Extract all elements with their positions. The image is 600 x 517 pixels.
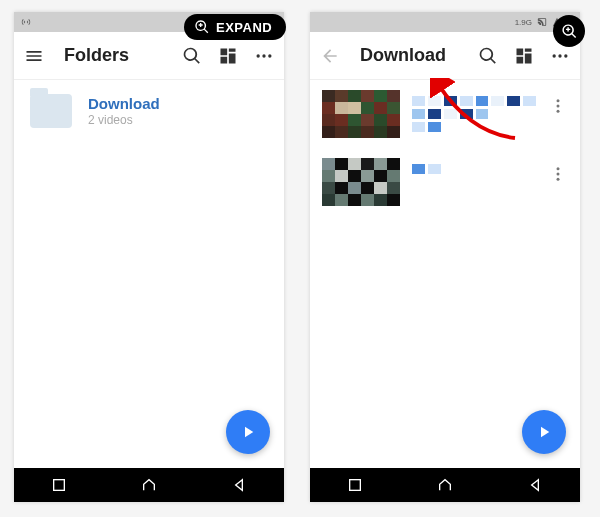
row-more-icon[interactable] — [548, 164, 568, 184]
expand-label: EXPAND — [216, 20, 272, 35]
search-icon[interactable] — [478, 46, 498, 66]
video-row[interactable] — [310, 80, 580, 148]
more-icon[interactable] — [254, 46, 274, 66]
phone-folders: 0:14 Folders — [14, 12, 284, 502]
cast-icon — [536, 17, 548, 27]
status-net: 1.9G — [515, 18, 532, 27]
svg-point-12 — [557, 178, 560, 181]
svg-point-7 — [557, 99, 560, 102]
nav-back-icon[interactable] — [526, 476, 544, 494]
video-thumbnail — [322, 90, 400, 138]
svg-point-0 — [257, 54, 260, 57]
folder-row-download[interactable]: Download 2 videos — [14, 80, 284, 142]
play-fab[interactable] — [226, 410, 270, 454]
svg-point-6 — [564, 54, 567, 57]
nav-bar — [14, 468, 284, 502]
menu-icon[interactable] — [24, 46, 44, 66]
nav-home-icon[interactable] — [140, 476, 158, 494]
app-bar: Download — [310, 32, 580, 80]
video-row[interactable] — [310, 148, 580, 216]
back-icon[interactable] — [320, 46, 340, 66]
svg-point-9 — [557, 110, 560, 113]
svg-point-11 — [557, 173, 560, 176]
row-more-icon[interactable] — [548, 96, 568, 116]
zoom-button[interactable] — [553, 15, 585, 47]
folder-subtitle: 2 videos — [88, 113, 160, 127]
phone-download: 1.9G Download — [310, 12, 580, 502]
nav-bar — [310, 468, 580, 502]
page-title: Download — [360, 45, 458, 66]
broadcast-icon — [20, 16, 32, 28]
magnify-plus-icon — [561, 23, 578, 40]
more-icon[interactable] — [550, 46, 570, 66]
svg-point-5 — [558, 54, 561, 57]
expand-button[interactable]: EXPAND — [184, 14, 286, 40]
video-meta — [412, 164, 536, 200]
play-fab[interactable] — [522, 410, 566, 454]
status-bar: 1.9G — [310, 12, 580, 32]
view-toggle-icon[interactable] — [218, 46, 238, 66]
folder-name: Download — [88, 95, 160, 113]
nav-home-icon[interactable] — [436, 476, 454, 494]
nav-recent-icon[interactable] — [50, 476, 68, 494]
page-title: Folders — [64, 45, 162, 66]
svg-point-1 — [262, 54, 265, 57]
nav-recent-icon[interactable] — [346, 476, 364, 494]
svg-point-2 — [268, 54, 271, 57]
svg-point-4 — [553, 54, 556, 57]
view-toggle-icon[interactable] — [514, 46, 534, 66]
svg-point-8 — [557, 105, 560, 108]
video-thumbnail — [322, 158, 400, 206]
nav-back-icon[interactable] — [230, 476, 248, 494]
svg-point-10 — [557, 167, 560, 170]
folder-icon — [30, 94, 72, 128]
video-list — [310, 80, 580, 468]
folder-list: Download 2 videos — [14, 80, 284, 468]
svg-rect-13 — [350, 480, 361, 491]
search-icon[interactable] — [182, 46, 202, 66]
video-meta — [412, 96, 536, 132]
svg-rect-3 — [54, 480, 65, 491]
magnify-plus-icon — [194, 19, 210, 35]
